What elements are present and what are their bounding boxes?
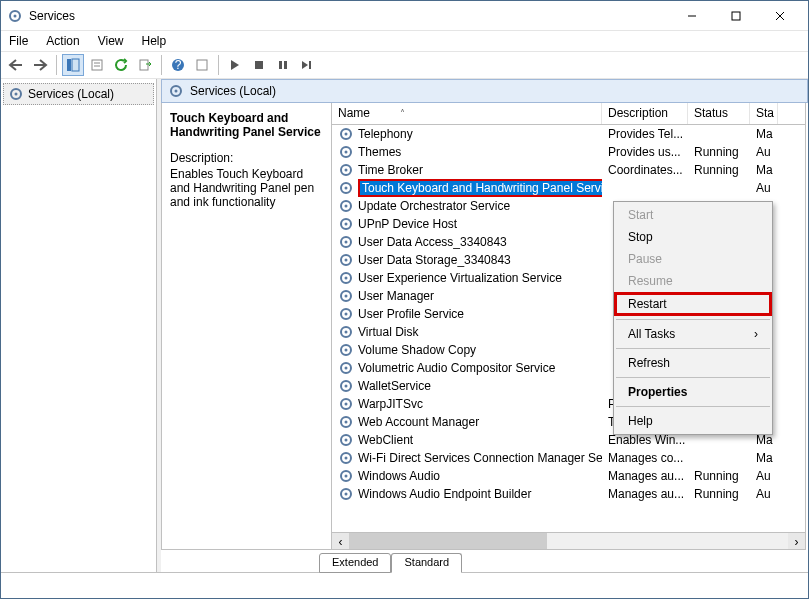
svg-point-24 xyxy=(175,90,178,93)
service-startup: Ma xyxy=(750,451,778,465)
service-row[interactable]: Time BrokerCoordinates...RunningMa xyxy=(332,161,805,179)
column-headers: Name Description Status Sta xyxy=(332,103,805,125)
svg-point-22 xyxy=(15,93,18,96)
back-button[interactable] xyxy=(5,54,27,76)
close-button[interactable] xyxy=(758,2,802,30)
service-row[interactable]: Windows Audio Endpoint BuilderManages au… xyxy=(332,485,805,503)
ctx-pause: Pause xyxy=(614,248,772,270)
detail-title: Touch Keyboard and Handwriting Panel Ser… xyxy=(170,111,323,139)
svg-marker-19 xyxy=(302,61,308,69)
status-bar xyxy=(1,572,808,594)
pause-service-button[interactable] xyxy=(272,54,294,76)
properties-button[interactable] xyxy=(86,54,108,76)
service-startup: Au xyxy=(750,145,778,159)
app-icon xyxy=(7,8,23,24)
service-desc: Provides Tel... xyxy=(602,127,688,141)
menu-view[interactable]: View xyxy=(98,34,124,48)
service-row[interactable]: TelephonyProvides Tel...Ma xyxy=(332,125,805,143)
restart-service-button[interactable] xyxy=(296,54,318,76)
col-startup[interactable]: Sta xyxy=(750,103,778,124)
tab-standard[interactable]: Standard xyxy=(391,553,462,573)
svg-point-56 xyxy=(345,403,348,406)
gear-icon xyxy=(338,198,354,214)
toolbar: ? xyxy=(1,51,808,79)
service-name: User Experience Virtualization Service xyxy=(358,271,562,285)
svg-point-64 xyxy=(345,475,348,478)
gear-icon xyxy=(338,342,354,358)
svg-point-36 xyxy=(345,223,348,226)
start-service-button[interactable] xyxy=(224,54,246,76)
ctx-resume: Resume xyxy=(614,270,772,292)
service-row[interactable]: Touch Keyboard and Handwriting Panel Ser… xyxy=(332,179,805,197)
svg-point-42 xyxy=(345,277,348,280)
gear-icon xyxy=(338,396,354,412)
ctx-stop[interactable]: Stop xyxy=(614,226,772,248)
col-name[interactable]: Name xyxy=(332,103,602,124)
ctx-restart[interactable]: Restart xyxy=(614,292,772,316)
tab-extended[interactable]: Extended xyxy=(319,553,391,573)
menu-action[interactable]: Action xyxy=(46,34,79,48)
show-hide-tree-button[interactable] xyxy=(62,54,84,76)
detail-desc: Enables Touch Keyboard and Handwriting P… xyxy=(170,167,323,209)
gear-icon xyxy=(338,414,354,430)
gear-icon xyxy=(338,126,354,142)
service-row[interactable]: ThemesProvides us...RunningAu xyxy=(332,143,805,161)
menu-file[interactable]: File xyxy=(9,34,28,48)
service-name: Touch Keyboard and Handwriting Panel Ser… xyxy=(358,179,602,197)
stop-service-button[interactable] xyxy=(248,54,270,76)
svg-rect-20 xyxy=(309,61,311,69)
svg-point-1 xyxy=(14,14,17,17)
service-row[interactable]: Wi-Fi Direct Services Connection Manager… xyxy=(332,449,805,467)
gear-icon xyxy=(338,234,354,250)
service-name: Web Account Manager xyxy=(358,415,479,429)
svg-rect-3 xyxy=(732,12,740,20)
export-button[interactable] xyxy=(134,54,156,76)
menu-bar: File Action View Help xyxy=(1,31,808,51)
horizontal-scrollbar[interactable]: ‹ › xyxy=(332,532,805,549)
ctx-refresh[interactable]: Refresh xyxy=(614,352,772,374)
service-name: Volumetric Audio Compositor Service xyxy=(358,361,555,375)
service-startup: Ma xyxy=(750,127,778,141)
service-row[interactable]: Windows AudioManages au...RunningAu xyxy=(332,467,805,485)
scroll-left-icon[interactable]: ‹ xyxy=(332,533,349,549)
ctx-properties[interactable]: Properties xyxy=(614,381,772,403)
scrollbar-thumb[interactable] xyxy=(349,533,547,549)
svg-point-32 xyxy=(345,187,348,190)
gear-icon xyxy=(338,450,354,466)
col-status[interactable]: Status xyxy=(688,103,750,124)
help-button[interactable]: ? xyxy=(167,54,189,76)
svg-point-60 xyxy=(345,439,348,442)
service-name: User Data Storage_3340843 xyxy=(358,253,511,267)
service-desc: Manages au... xyxy=(602,487,688,501)
service-name: Themes xyxy=(358,145,401,159)
forward-button[interactable] xyxy=(29,54,51,76)
service-startup: Au xyxy=(750,487,778,501)
maximize-button[interactable] xyxy=(714,2,758,30)
service-desc: Coordinates... xyxy=(602,163,688,177)
view-tabs: Extended Standard xyxy=(319,552,808,572)
scroll-right-icon[interactable]: › xyxy=(788,533,805,549)
svg-point-40 xyxy=(345,259,348,262)
svg-point-44 xyxy=(345,295,348,298)
menu-help[interactable]: Help xyxy=(142,34,167,48)
gear-icon xyxy=(338,216,354,232)
separator xyxy=(616,406,770,407)
svg-text:?: ? xyxy=(175,58,182,72)
service-name: User Data Access_3340843 xyxy=(358,235,507,249)
refresh-button[interactable] xyxy=(110,54,132,76)
service-name: Time Broker xyxy=(358,163,423,177)
gear-icon xyxy=(338,270,354,286)
minimize-button[interactable] xyxy=(670,2,714,30)
svg-point-38 xyxy=(345,241,348,244)
ctx-all-tasks[interactable]: All Tasks xyxy=(614,323,772,345)
svg-point-30 xyxy=(345,169,348,172)
svg-point-28 xyxy=(345,151,348,154)
tree-node-services-local[interactable]: Services (Local) xyxy=(3,83,154,105)
svg-point-50 xyxy=(345,349,348,352)
title-bar: Services xyxy=(1,1,808,31)
service-status: Running xyxy=(688,487,750,501)
service-name: Windows Audio Endpoint Builder xyxy=(358,487,531,501)
col-description[interactable]: Description xyxy=(602,103,688,124)
ctx-help[interactable]: Help xyxy=(614,410,772,432)
help2-button[interactable] xyxy=(191,54,213,76)
